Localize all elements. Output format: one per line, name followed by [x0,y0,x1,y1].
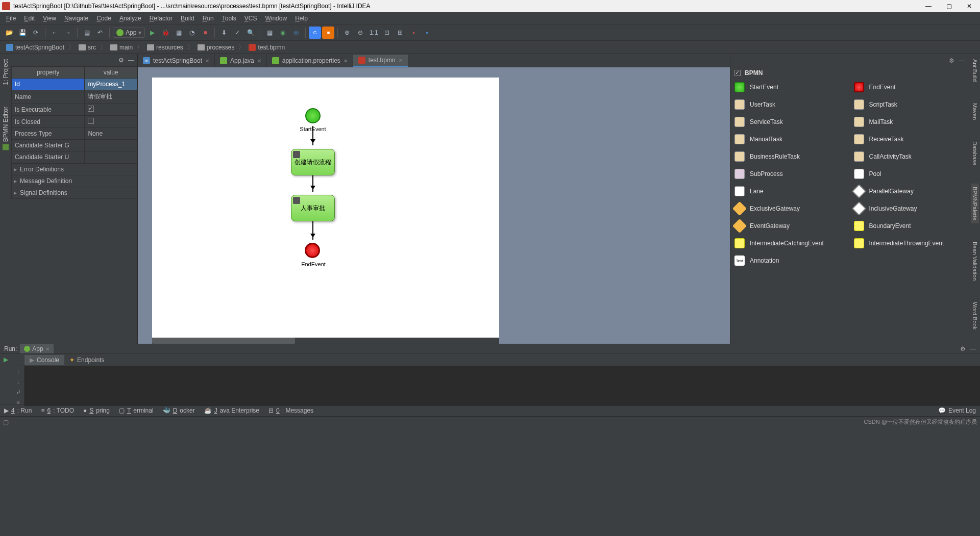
palette-item-boundaryevent[interactable]: BoundaryEvent [850,217,969,235]
property-row[interactable]: Name请假审批 [12,90,137,104]
breadcrumb-item[interactable]: resources [144,43,186,52]
tool3-icon[interactable]: ◎ [290,27,302,39]
palette-item-inclusivegateway[interactable]: InclusiveGateway [850,200,969,217]
close-button[interactable]: ✕ [966,3,973,10]
google-icon[interactable]: G [309,27,321,39]
profile-icon[interactable]: ◔ [186,27,198,39]
palette-item-intermediatethrowingevent[interactable]: IntermediateThrowingEvent [850,235,969,252]
menu-tools[interactable]: Tools [218,14,240,23]
palette-section[interactable]: BPMN [730,67,969,79]
up-icon[interactable]: ↑ [17,368,20,375]
bpmn-editor-tool-tab[interactable]: BPMN Editor [1,104,10,153]
vcs-commit-icon[interactable]: ✓ [231,27,243,39]
stop-icon[interactable]: ■ [199,27,211,39]
bottom-tab[interactable]: 🐳 Docker [163,407,195,414]
gear-icon[interactable]: ⚙ [949,57,954,64]
console-output[interactable] [24,366,980,406]
menu-edit[interactable]: Edit [20,14,39,23]
palette-item-scripttask[interactable]: ScriptTask [850,96,969,113]
bottom-tab[interactable]: ⊟ 0: Messages [268,407,313,414]
menu-refactor[interactable]: Refactor [145,14,177,23]
palette-item-lane[interactable]: Lane [730,183,850,200]
gear-icon[interactable]: ⚙ [118,57,124,64]
minimize-panel-icon[interactable]: — [959,57,965,64]
run-config-tab[interactable]: App ✕ [20,344,53,353]
property-expandable[interactable]: Error Definitions [12,164,137,175]
tool1-icon[interactable]: ▦ [263,27,276,39]
run-icon[interactable]: ▶ [146,27,158,39]
vcs-update-icon[interactable]: ⬇ [218,27,230,39]
palette-item-manualtask[interactable]: ManualTask [730,131,850,148]
palette-item-usertask[interactable]: UserTask [730,96,850,113]
property-expandable[interactable]: Signal Definitions [12,187,137,199]
event-log-button[interactable]: 💬 Event Log [938,407,976,414]
palette-item-mailtask[interactable]: MailTask [850,113,969,131]
coverage-icon[interactable]: ▦ [173,27,185,39]
palette-item-endevent[interactable]: EndEvent [850,79,969,96]
property-row[interactable]: Candidate Starter U [12,151,137,163]
scrollbar-horizontal[interactable] [152,338,499,344]
diagram-canvas[interactable]: StartEvent 创建请假流程 人事审批 EndEvent [152,78,499,343]
palette-item-annotation[interactable]: TextAnnotation [730,252,850,269]
zoom-fit-icon[interactable]: ⊡ [381,27,393,39]
word-book-tab[interactable]: Word Book [971,299,979,333]
bottom-tab[interactable]: ≡ 6: TODO [41,407,74,414]
menu-navigate[interactable]: Navigate [60,14,92,23]
menu-help[interactable]: Help [291,14,312,23]
menu-code[interactable]: Code [92,14,115,23]
task-1[interactable]: 创建请假流程 [291,149,335,175]
palette-item-pool[interactable]: Pool [850,165,969,183]
breadcrumb-item[interactable]: main [107,43,136,52]
palette-item-callactivitytask[interactable]: CallActivityTask [850,148,969,165]
property-row[interactable]: IdmyProcess_1 [12,79,137,90]
open-icon[interactable]: 📂 [3,27,15,39]
maven-tab[interactable]: Maven [971,100,979,123]
zoom-11-icon[interactable]: 1:1 [368,27,380,39]
run-config-selector[interactable]: App ▾ [113,28,145,38]
breadcrumb-item[interactable]: src [76,43,99,52]
minimize-panel-icon[interactable]: — [970,345,976,352]
bean-validation-tab[interactable]: Bean Validation [971,239,979,284]
minimize-panel-icon[interactable]: — [128,57,134,64]
back-icon[interactable]: ← [48,27,61,39]
breadcrumb-item[interactable]: testActSpringBoot [3,43,67,52]
zoom-out-icon[interactable]: ⊖ [354,27,366,39]
palette-item-subprocess[interactable]: SubProcess [730,165,850,183]
status-icon[interactable]: ▢ [3,419,9,426]
database-tab[interactable]: Database [971,138,979,168]
palette-item-parallelgateway[interactable]: ParallelGateway [850,183,969,200]
menu-view[interactable]: View [39,14,60,23]
property-row[interactable]: Candidate Starter G [12,140,137,151]
property-row[interactable]: Process TypeNone [12,128,137,140]
refresh-icon[interactable]: ⟳ [30,27,42,39]
end-event-node[interactable] [305,243,320,258]
palette-item-exclusivegateway[interactable]: ExclusiveGateway [730,200,850,217]
tool4-icon[interactable]: ■ [322,27,334,39]
wrap-icon[interactable]: ↲ [16,389,21,396]
tool5-icon[interactable]: ▪ [407,27,420,39]
property-row[interactable]: Is Executable [12,104,137,116]
maximize-button[interactable]: ▢ [945,3,952,10]
gear-icon[interactable]: ⚙ [960,345,966,352]
console-tab[interactable]: ▶Console [24,355,64,365]
cfg-icon[interactable]: ▤ [81,27,93,39]
palette-item-receivetask[interactable]: ReceiveTask [850,131,969,148]
editor-tab[interactable]: App.java✕ [215,55,267,67]
project-tool-tab[interactable]: 1: Project [1,56,10,88]
bottom-tab[interactable]: ▶ 4: Run [4,407,32,414]
undo-icon[interactable]: ↶ [94,27,106,39]
bottom-tab[interactable]: ● Spring [83,407,110,414]
minimize-button[interactable]: — [925,3,932,10]
rerun-icon[interactable]: ▶ [4,356,8,363]
down-icon[interactable]: ↓ [17,378,20,386]
palette-item-businessruletask[interactable]: BusinessRuleTask [730,148,850,165]
menu-window[interactable]: Window [261,14,291,23]
palette-item-servicetask[interactable]: ServiceTask [730,113,850,131]
task-2[interactable]: 人事审批 [291,195,335,221]
menu-analyze[interactable]: Analyze [115,14,145,23]
forward-icon[interactable]: → [62,27,74,39]
menu-build[interactable]: Build [177,14,199,23]
zoom-in-icon[interactable]: ⊕ [341,27,353,39]
editor-tab[interactable]: mtestActSpringBoot✕ [138,55,215,67]
checkbox-icon[interactable] [734,70,741,76]
